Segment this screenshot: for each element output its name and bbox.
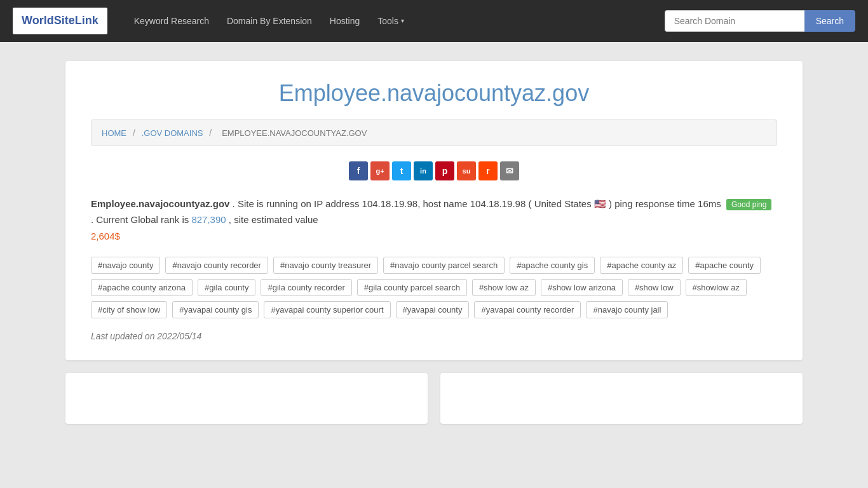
tag-item[interactable]: #yavapai county recorder [474, 301, 581, 318]
facebook-icon[interactable]: f [349, 161, 368, 180]
desc-value-text: , site estimated value [229, 214, 318, 225]
flag-icon: 🇺🇸 [594, 198, 606, 209]
search-input[interactable] [665, 10, 804, 32]
main-content: Employee.navajocountyaz.gov HOME / .GOV … [53, 42, 815, 444]
last-updated: Last updated on 2022/05/14 [91, 331, 777, 341]
search-button[interactable]: Search [804, 10, 855, 32]
tag-item[interactable]: #navajo county jail [586, 301, 668, 318]
tag-item[interactable]: #navajo county treasurer [273, 257, 378, 274]
domain-name-bold: Employee.navajocountyaz.gov [91, 198, 229, 209]
site-value[interactable]: 2,604$ [91, 231, 120, 241]
email-icon[interactable]: ✉ [500, 161, 519, 180]
stumbleupon-icon[interactable]: su [457, 161, 476, 180]
desc-body: . Site is running on IP address 104.18.1… [233, 198, 592, 209]
tag-item[interactable]: #yavapai county gis [172, 301, 259, 318]
twitter-icon[interactable]: t [392, 161, 411, 180]
breadcrumb-sep-2: / [209, 128, 214, 138]
keyword-research-link[interactable]: Keyword Research [126, 11, 217, 31]
social-icons: f g+ t in p su r ✉ [91, 161, 777, 180]
search-area: Search [665, 10, 855, 32]
tag-item[interactable]: #navajo county recorder [165, 257, 268, 274]
tag-item[interactable]: #showlow az [686, 279, 747, 296]
hosting-link[interactable]: Hosting [322, 11, 367, 31]
tag-item[interactable]: #yavapai county superior court [264, 301, 390, 318]
tag-item[interactable]: #apache county arizona [91, 279, 193, 296]
tag-item[interactable]: #apache county [688, 257, 761, 274]
tag-item[interactable]: #navajo county [91, 257, 160, 274]
tools-dropdown[interactable]: Tools [370, 11, 412, 31]
bottom-card-right [440, 373, 803, 424]
main-card: Employee.navajocountyaz.gov HOME / .GOV … [65, 61, 803, 361]
pinterest-icon[interactable]: p [435, 161, 454, 180]
logo-text: WorldSiteLink [22, 14, 98, 28]
tag-item[interactable]: #gila county recorder [261, 279, 351, 296]
desc-ping: ) ping response time 16ms [609, 198, 721, 209]
reddit-icon[interactable]: r [478, 161, 498, 180]
logo[interactable]: WorldSiteLink [13, 8, 107, 34]
nav-links: Keyword Research Domain By Extension Hos… [126, 11, 412, 31]
breadcrumb-home[interactable]: HOME [102, 128, 126, 138]
page-title: Employee.navajocountyaz.gov [91, 80, 777, 107]
tag-item[interactable]: #apache county gis [510, 257, 595, 274]
google-plus-icon[interactable]: g+ [370, 161, 390, 180]
linkedin-icon[interactable]: in [414, 161, 433, 180]
breadcrumb-current: EMPLOYEE.NAVAJOCOUNTYAZ.GOV [222, 128, 367, 138]
tag-item[interactable]: #apache county az [600, 257, 683, 274]
tag-item[interactable]: #show low az [472, 279, 536, 296]
bottom-row [65, 373, 803, 424]
tag-item[interactable]: #gila county parcel search [357, 279, 467, 296]
good-ping-badge: Good ping [726, 199, 771, 210]
tag-item[interactable]: #gila county [198, 279, 255, 296]
tag-item[interactable]: #show low arizona [541, 279, 623, 296]
tag-item[interactable]: #yavapai county [396, 301, 470, 318]
tag-item[interactable]: #navajo county parcel search [383, 257, 505, 274]
desc-rank-text: . Current Global rank is [91, 214, 189, 225]
breadcrumb-gov[interactable]: .GOV DOMAINS [142, 128, 203, 138]
description: Employee.navajocountyaz.gov . Site is ru… [91, 196, 777, 245]
rank-value[interactable]: 827,390 [191, 214, 226, 225]
breadcrumb-sep-1: / [133, 128, 138, 138]
tag-item[interactable]: #show low [628, 279, 681, 296]
tag-item[interactable]: #city of show low [91, 301, 167, 318]
navigation: WorldSiteLink Keyword Research Domain By… [0, 0, 868, 42]
breadcrumb: HOME / .GOV DOMAINS / EMPLOYEE.NAVAJOCOU… [91, 119, 777, 146]
tags-container: #navajo county#navajo county recorder#na… [91, 257, 777, 318]
domain-by-extension-link[interactable]: Domain By Extension [219, 11, 320, 31]
bottom-card-left [65, 373, 428, 424]
